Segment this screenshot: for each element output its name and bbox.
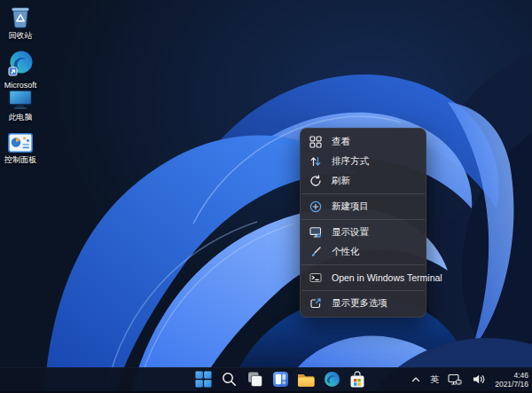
terminal-icon <box>309 271 322 284</box>
menu-separator <box>301 193 425 194</box>
new-item-icon <box>309 200 322 213</box>
search-button[interactable] <box>219 370 239 389</box>
taskbar-clock[interactable]: 4:46 2021/7/16 <box>495 371 528 389</box>
control-panel-icon <box>8 133 33 153</box>
this-pc-icon <box>8 90 33 110</box>
desktop-icon-label: 回收站 <box>9 31 33 40</box>
wallpaper-bloom-image <box>0 0 532 393</box>
menu-item-label: 排序方式 <box>332 155 369 168</box>
microsoft-store-icon <box>349 371 365 389</box>
display-settings-icon <box>309 226 322 239</box>
menu-item-personalize[interactable]: 个性化 <box>301 242 426 262</box>
ime-indicator[interactable]: 英 <box>430 373 439 386</box>
menu-item-open-windows-terminal[interactable]: Open in Windows Terminal <box>301 268 426 287</box>
network-icon <box>448 373 462 386</box>
desktop-context-menu: 查看 排序方式 刷新 <box>300 128 426 318</box>
tray-chevron-button[interactable] <box>409 373 423 387</box>
menu-item-new[interactable]: 新建项目 <box>301 197 426 216</box>
chevron-up-icon <box>411 374 421 385</box>
edge-icon <box>324 371 340 388</box>
taskbar: 英 4:46 2021/7/16 <box>0 367 532 393</box>
menu-item-refresh[interactable]: 刷新 <box>301 171 426 191</box>
taskbar-tray: 英 4:46 2021/7/16 <box>409 367 528 391</box>
start-button[interactable] <box>193 370 213 389</box>
file-explorer-icon <box>297 372 315 388</box>
sort-arrows-icon <box>309 155 322 168</box>
view-grid-icon <box>309 136 322 148</box>
desktop-icon-control-panel[interactable]: 控制面板 <box>0 133 41 164</box>
store-button[interactable] <box>348 370 367 389</box>
tray-volume-button[interactable] <box>471 372 488 387</box>
clock-date: 2021/7/16 <box>495 380 528 389</box>
desktop-icon-recycle-bin[interactable]: 回收站 <box>0 5 41 40</box>
menu-item-display-settings[interactable]: 显示设置 <box>301 223 426 242</box>
menu-item-label: 刷新 <box>332 175 350 187</box>
menu-separator <box>301 264 425 265</box>
search-icon <box>222 372 237 387</box>
menu-separator <box>301 290 425 291</box>
menu-item-show-more-options[interactable]: 显示更多选项 <box>301 294 426 313</box>
menu-item-sort-by[interactable]: 排序方式 <box>301 152 426 171</box>
refresh-icon <box>309 175 322 187</box>
desktop-icon-label: 此电脑 <box>9 113 33 122</box>
more-options-icon <box>309 297 322 310</box>
task-view-button[interactable] <box>245 370 264 389</box>
menu-item-label: 显示设置 <box>332 226 369 239</box>
desktop-icon-this-pc[interactable]: 此电脑 <box>0 90 41 122</box>
file-explorer-button[interactable] <box>296 370 316 389</box>
recycle-bin-icon <box>10 5 31 28</box>
widgets-button[interactable] <box>270 370 290 389</box>
volume-icon <box>473 373 486 385</box>
menu-item-label: 查看 <box>332 136 350 148</box>
desktop-icon-label: 控制面板 <box>4 155 36 164</box>
menu-item-label: Open in Windows Terminal <box>332 272 442 283</box>
clock-time: 4:46 <box>513 371 528 380</box>
taskbar-center-buttons <box>193 367 367 391</box>
desktop-screen: 回收站 Microsoft Edge <box>0 0 532 393</box>
menu-item-label: 新建项目 <box>332 200 369 213</box>
microsoft-edge-icon <box>6 50 35 78</box>
task-view-icon <box>246 371 263 388</box>
menu-item-label: 显示更多选项 <box>332 297 387 310</box>
windows-start-icon <box>195 371 212 388</box>
menu-separator <box>301 219 425 220</box>
widgets-icon <box>272 371 289 388</box>
tray-network-button[interactable] <box>446 372 464 388</box>
menu-item-view[interactable]: 查看 <box>301 132 426 152</box>
menu-item-label: 个性化 <box>332 246 360 258</box>
edge-button[interactable] <box>322 370 341 389</box>
personalize-icon <box>309 246 322 258</box>
